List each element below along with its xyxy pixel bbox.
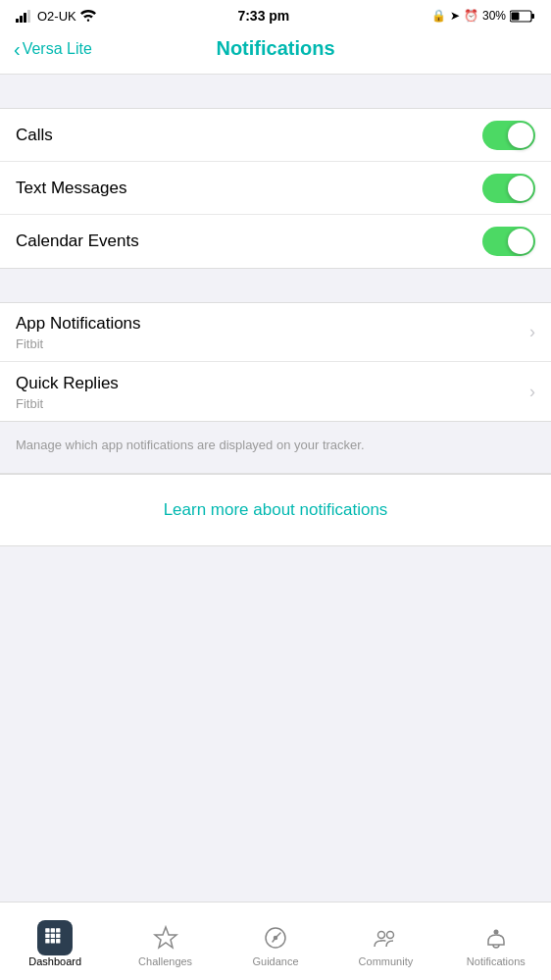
community-icon: [372, 924, 399, 952]
svg-rect-2: [24, 13, 26, 23]
quick-replies-subtitle: Fitbit: [16, 396, 119, 411]
guidance-icon: [262, 924, 289, 952]
svg-point-20: [387, 931, 394, 938]
fill-space: [0, 546, 551, 703]
calls-row: Calls: [0, 109, 551, 162]
svg-rect-1: [20, 16, 23, 23]
svg-rect-9: [56, 928, 60, 932]
tab-dashboard-label: Dashboard: [28, 955, 81, 967]
battery-label: 30%: [482, 9, 506, 23]
learn-more-link[interactable]: Learn more about notifications: [164, 500, 388, 520]
challenges-icon: [152, 924, 179, 952]
text-messages-label: Text Messages: [16, 179, 126, 198]
tab-dashboard[interactable]: Dashboard: [0, 903, 110, 980]
quick-replies-row[interactable]: Quick Replies Fitbit ›: [0, 362, 551, 421]
calendar-events-row: Calendar Events: [0, 215, 551, 268]
svg-rect-6: [531, 14, 534, 19]
tab-community-label: Community: [359, 955, 414, 967]
svg-rect-14: [51, 939, 55, 943]
carrier-label: O2-UK: [37, 9, 76, 24]
notifications-icon: [482, 924, 510, 952]
status-time: 7:33 pm: [237, 8, 289, 24]
svg-point-18: [275, 936, 277, 939]
tab-challenges[interactable]: Challenges: [110, 903, 220, 980]
app-notifications-chevron: ›: [529, 322, 535, 342]
calls-label: Calls: [16, 126, 53, 145]
quick-replies-title: Quick Replies: [16, 373, 119, 394]
svg-rect-7: [45, 928, 49, 932]
tab-notifications[interactable]: Notifications: [441, 903, 551, 980]
tab-notifications-label: Notifications: [467, 955, 526, 967]
svg-point-21: [493, 929, 498, 934]
tab-guidance[interactable]: Guidance: [221, 903, 330, 980]
nav-header: ‹ Versa Lite Notifications: [0, 27, 551, 75]
svg-rect-15: [56, 939, 60, 943]
status-bar: O2-UK 7:33 pm 🔒 ➤ ⏰ 30%: [0, 0, 551, 27]
learn-more-section: Learn more about notifications: [0, 474, 551, 546]
app-notifications-title: App Notifications: [16, 313, 141, 335]
lock-icon: 🔒: [431, 9, 446, 23]
text-messages-row: Text Messages: [0, 162, 551, 215]
top-spacer: [0, 75, 551, 108]
back-label: Versa Lite: [23, 40, 92, 58]
tab-bar: Dashboard Challenges Guidance: [0, 902, 551, 980]
text-messages-toggle[interactable]: [482, 174, 535, 203]
group-spacer: [0, 269, 551, 302]
alarm-icon: ⏰: [464, 9, 478, 23]
info-text: Manage which app notifications are displ…: [16, 438, 365, 452]
dashboard-icon: [41, 924, 69, 952]
toggle-settings-group: Calls Text Messages Calendar Events: [0, 108, 551, 269]
svg-rect-5: [512, 12, 520, 20]
status-icons: 🔒 ➤ ⏰ 30%: [431, 9, 535, 23]
back-button[interactable]: ‹ Versa Lite: [14, 39, 92, 59]
carrier-signal: O2-UK: [16, 9, 96, 24]
svg-point-19: [378, 931, 385, 938]
calendar-events-label: Calendar Events: [16, 232, 139, 251]
calendar-events-toggle[interactable]: [482, 227, 535, 256]
location-icon: ➤: [450, 9, 460, 23]
svg-rect-3: [27, 10, 30, 23]
svg-marker-16: [155, 927, 176, 948]
app-notifications-row[interactable]: App Notifications Fitbit ›: [0, 303, 551, 362]
info-section: Manage which app notifications are displ…: [0, 422, 551, 474]
page-title: Notifications: [216, 37, 334, 60]
svg-rect-8: [51, 928, 55, 932]
calls-toggle[interactable]: [482, 121, 535, 150]
tab-community[interactable]: Community: [330, 903, 440, 980]
tab-guidance-label: Guidance: [252, 955, 298, 967]
svg-rect-0: [16, 19, 19, 23]
svg-rect-13: [45, 939, 49, 943]
back-arrow-icon: ‹: [14, 39, 21, 59]
svg-rect-10: [45, 933, 49, 937]
svg-rect-12: [56, 933, 60, 937]
nav-rows-group: App Notifications Fitbit › Quick Replies…: [0, 302, 551, 422]
tab-challenges-label: Challenges: [138, 955, 192, 967]
app-notifications-subtitle: Fitbit: [16, 336, 141, 351]
svg-rect-11: [51, 933, 55, 937]
quick-replies-chevron: ›: [529, 382, 535, 402]
